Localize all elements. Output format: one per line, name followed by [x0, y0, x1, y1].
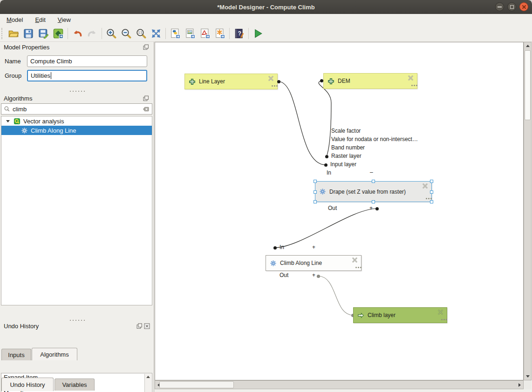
scroll-down-button[interactable] [524, 373, 531, 380]
selection-handle[interactable] [372, 180, 375, 183]
float-panel-icon[interactable] [136, 323, 143, 329]
zoom-out-button[interactable] [119, 27, 134, 41]
horizontal-scroll-thumb[interactable] [159, 381, 234, 388]
remove-node-icon[interactable] [422, 183, 428, 189]
expand-outputs-toggle[interactable]: + [369, 205, 373, 211]
drape-out-dot[interactable] [375, 207, 379, 210]
save-model-as-button[interactable] [36, 27, 51, 41]
save-model-in-project-button[interactable] [51, 27, 66, 41]
selection-handle[interactable] [430, 200, 433, 203]
input-plus-icon [327, 78, 334, 85]
provider-qgis-icon [14, 118, 20, 125]
node-label: Climb Along Line [280, 260, 322, 266]
export-image-button[interactable] [183, 27, 198, 41]
remove-node-icon[interactable] [437, 309, 443, 315]
toolbar-separator [248, 28, 249, 39]
selection-handle[interactable] [430, 190, 433, 194]
selection-handle[interactable] [430, 180, 433, 183]
close-button[interactable] [519, 2, 528, 11]
selection-handle[interactable] [314, 180, 317, 183]
redo-button[interactable] [85, 27, 100, 41]
undo-button[interactable] [70, 27, 85, 41]
node-climb-along-line[interactable]: Climb Along Line [266, 255, 361, 271]
expand-node-icon[interactable] [441, 319, 443, 320]
tab-algorithms[interactable]: Algorithms [32, 348, 77, 360]
menu-view[interactable]: View [58, 16, 71, 23]
remove-node-icon[interactable] [408, 75, 414, 81]
scroll-right-button[interactable] [516, 381, 523, 388]
expand-node-icon[interactable] [411, 85, 413, 86]
expand-node-icon[interactable] [355, 267, 357, 268]
algorithm-search-box[interactable]: climb [1, 103, 152, 115]
maximize-icon [510, 5, 514, 9]
window-title: *Model Designer - Compute Climb [217, 4, 314, 11]
tab-inputs[interactable]: Inputs [1, 349, 31, 360]
collapse-inputs-toggle[interactable]: – [370, 169, 373, 176]
zoom-actual-button[interactable]: 1:1 [134, 27, 149, 41]
toolbar-separator [68, 28, 68, 39]
close-panel-icon[interactable] [144, 323, 150, 329]
expand-node-icon[interactable] [426, 198, 427, 199]
save-model-button[interactable] [21, 27, 36, 41]
dem-out-dot[interactable] [320, 79, 323, 82]
zoom-actual-icon: 1:1 [136, 28, 146, 39]
scroll-down-icon [526, 375, 530, 378]
zoom-full-button[interactable] [149, 27, 164, 41]
menu-edit[interactable]: Edit [35, 16, 45, 23]
wire-drapeout-to-climbin [275, 209, 377, 248]
minimize-icon [498, 7, 502, 7]
toolbar-drag-handle[interactable] [1, 28, 4, 39]
expand-outputs-toggle[interactable]: + [312, 272, 315, 278]
node-drape[interactable]: Drape (set Z value from raster) [315, 181, 432, 202]
tab-variables[interactable]: Variables [55, 378, 95, 391]
line-layer-out-dot[interactable] [277, 80, 280, 83]
remove-node-icon[interactable] [268, 75, 274, 81]
maximize-button[interactable] [507, 2, 516, 11]
tab-undo-history[interactable]: Undo History [1, 378, 54, 391]
export-svg-button[interactable] [212, 27, 227, 41]
climb-in-dot[interactable] [273, 246, 277, 250]
vertical-scroll-thumb[interactable] [525, 50, 531, 120]
node-dem[interactable]: DEM [323, 73, 417, 89]
export-python-button[interactable] [168, 27, 183, 41]
float-panel-icon[interactable] [143, 95, 149, 101]
input-layer-socket-dot[interactable] [324, 163, 327, 167]
canvas-horizontal-scrollbar[interactable] [155, 380, 524, 389]
panel-splitter-handle[interactable] [69, 90, 85, 92]
float-panel-icon[interactable] [143, 44, 149, 50]
open-model-button[interactable] [6, 27, 21, 41]
expand-inputs-toggle[interactable]: + [312, 244, 315, 250]
scroll-up-button[interactable] [524, 42, 531, 49]
undo-history-title: Undo History [4, 323, 39, 330]
open-folder-icon [8, 28, 19, 39]
toolbar: 1:1 ? [0, 25, 532, 42]
expander-icon[interactable] [6, 120, 10, 122]
model-group-input[interactable]: Utilities [27, 70, 147, 81]
panel-splitter-handle[interactable] [69, 319, 85, 321]
expand-node-icon[interactable] [272, 85, 273, 87]
export-pdf-button[interactable] [198, 27, 212, 41]
model-canvas[interactable]: Line Layer DEM Scale factor Value for no… [155, 42, 524, 380]
menu-model[interactable]: Model [7, 16, 23, 23]
selection-handle[interactable] [314, 200, 317, 203]
raster-layer-socket-dot[interactable] [325, 155, 328, 158]
model-properties-title: Model Properties [4, 44, 49, 51]
selection-handle[interactable] [314, 190, 317, 194]
node-climb-layer[interactable]: Climb layer [353, 307, 447, 323]
tree-item-climb-along-line[interactable]: Climb Along Line [1, 126, 152, 135]
canvas-vertical-scrollbar[interactable] [524, 42, 532, 380]
climb-out-dot[interactable] [317, 275, 320, 278]
run-model-button[interactable] [251, 27, 266, 41]
node-line-layer[interactable]: Line Layer [184, 74, 278, 89]
selection-handle[interactable] [372, 200, 375, 203]
node-label: Climb layer [368, 312, 396, 318]
clear-search-icon[interactable] [143, 106, 150, 113]
save-in-project-icon [53, 28, 63, 39]
tree-group-vector-analysis[interactable]: Vector analysis [1, 116, 152, 126]
remove-node-icon[interactable] [352, 257, 358, 263]
connection-wires [155, 42, 524, 380]
zoom-in-button[interactable] [104, 27, 119, 41]
help-button[interactable]: ? [232, 27, 246, 41]
model-name-input[interactable] [27, 55, 147, 67]
minimize-button[interactable] [495, 2, 504, 11]
